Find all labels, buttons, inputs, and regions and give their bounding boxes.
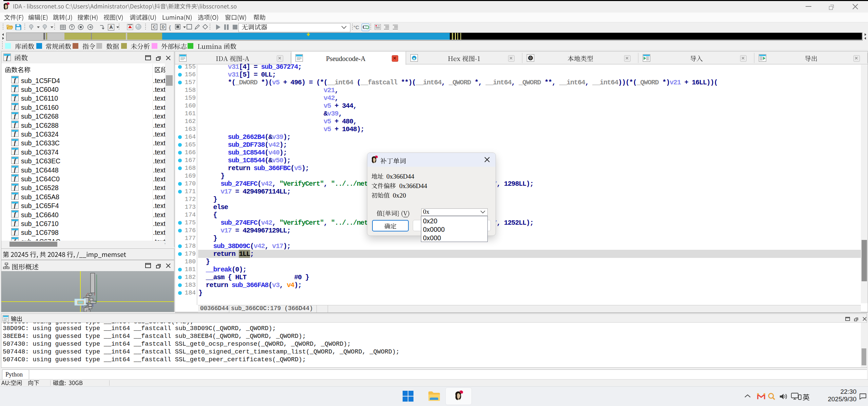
svg-text:C: C	[153, 25, 156, 29]
svg-text:D: D	[162, 25, 165, 29]
svg-text:C: C	[363, 25, 366, 30]
svg-text:0: 0	[529, 56, 532, 60]
